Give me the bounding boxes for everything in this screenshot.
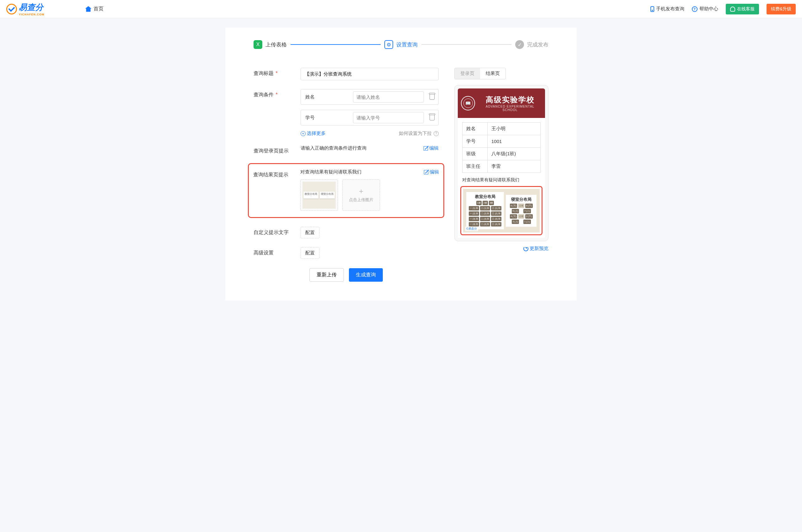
- configure-custom-text-button[interactable]: 配置: [301, 227, 319, 239]
- logo[interactable]: 易查分 YICHAFEN.COM: [6, 2, 44, 16]
- logo-text: 易查分: [19, 2, 43, 12]
- check-icon: ✓: [515, 40, 524, 49]
- condition-row-name: 姓名: [301, 89, 439, 105]
- table-row: 姓名王小明: [463, 122, 541, 135]
- refresh-icon: [523, 246, 528, 251]
- preview-image: 教室分布局 1楼2楼3楼 一 (1) 班二 (1) 班三 (1) 班 一 (2)…: [463, 189, 540, 232]
- watermark: ©易查分: [465, 227, 478, 231]
- condition-name-placeholder-input[interactable]: [353, 91, 424, 102]
- result-hint-highlight-box: 查询结果页提示 对查询结果有疑问请联系我们 编辑 教室分布局… 寝室分布局…: [248, 163, 444, 218]
- query-title-input[interactable]: [301, 68, 439, 80]
- preview-card: 📖 高级实验学校 ADVANCED EXPERIMENTAL SCHOOL 姓名…: [454, 85, 548, 241]
- refresh-preview-link[interactable]: 更新预览: [523, 246, 548, 251]
- online-service-button[interactable]: 在线客服: [726, 4, 759, 15]
- configure-advanced-button[interactable]: 配置: [301, 247, 319, 259]
- generate-query-button[interactable]: 生成查询: [349, 268, 383, 282]
- plus-circle-icon: +: [301, 131, 305, 136]
- plus-icon: +: [359, 188, 363, 195]
- phone-icon: [650, 6, 654, 12]
- step-upload: X 上传表格: [254, 40, 287, 49]
- reupload-button[interactable]: 重新上传: [310, 268, 344, 282]
- upload-image-button[interactable]: + 点击上传图片: [342, 179, 380, 211]
- edit-icon: [424, 170, 428, 174]
- condition-row-id: 学号: [301, 110, 439, 126]
- question-icon[interactable]: ?: [434, 131, 439, 136]
- table-row: 班主任李雷: [463, 160, 541, 173]
- query-title-label: 查询标题 *: [254, 68, 301, 77]
- advanced-settings-label: 高级设置: [254, 247, 301, 256]
- login-hint-label: 查询登录页提示: [254, 145, 301, 154]
- tab-login-page[interactable]: 登录页: [455, 68, 480, 79]
- edit-login-hint-link[interactable]: 编辑: [424, 145, 439, 151]
- trash-icon[interactable]: [430, 115, 434, 120]
- select-more-link[interactable]: +选择更多: [301, 131, 326, 136]
- table-row: 学号1001: [463, 135, 541, 148]
- app-header: 易查分 YICHAFEN.COM 首页 手机发布查询 ? 帮助中心 在线客服 续…: [0, 0, 802, 18]
- settings-step-icon: ⚙: [385, 40, 393, 49]
- condition-id-label: 学号: [305, 115, 349, 121]
- headset-icon: [730, 6, 735, 12]
- result-hint-text: 对查询结果有疑问请联系我们: [300, 169, 361, 175]
- preview-header: 📖 高级实验学校 ADVANCED EXPERIMENTAL SCHOOL: [458, 89, 545, 118]
- step-configure: ⚙ 设置查询: [385, 40, 417, 49]
- nav-help-center[interactable]: ? 帮助中心: [692, 6, 718, 12]
- query-condition-label: 查询条件 *: [254, 89, 301, 98]
- edit-icon: [424, 146, 428, 151]
- howto-dropdown-link[interactable]: 如何设置为下拉: [399, 131, 432, 136]
- step-indicator: X 上传表格 ⚙ 设置查询 ✓ 完成发布: [254, 40, 548, 49]
- tab-result-page[interactable]: 结果页: [480, 68, 505, 79]
- school-crest-icon: 📖: [461, 96, 475, 110]
- uploaded-image-thumb[interactable]: 教室分布局… 寝室分布局…: [300, 179, 338, 211]
- school-name: 高级实验学校: [478, 95, 542, 105]
- custom-text-label: 自定义提示文字: [254, 227, 301, 236]
- home-icon: [85, 6, 92, 12]
- main-panel: X 上传表格 ⚙ 设置查询 ✓ 完成发布 查询标题 * 查询条件 *: [225, 27, 577, 301]
- nav-home[interactable]: 首页: [85, 6, 104, 12]
- table-row: 班级八年级(1班): [463, 148, 541, 160]
- preview-result-hint: 对查询结果有疑问请联系我们: [462, 177, 541, 183]
- preview-tab-switch: 登录页 结果页: [454, 68, 506, 79]
- condition-name-label: 姓名: [305, 94, 349, 100]
- preview-column: 登录页 结果页 📖 高级实验学校 ADVANCED EXPERIMENTAL S…: [454, 68, 548, 282]
- condition-id-placeholder-input[interactable]: [353, 112, 424, 123]
- help-icon: ?: [692, 6, 697, 12]
- step-publish: ✓ 完成发布: [515, 40, 548, 49]
- renew-upgrade-button[interactable]: 续费&升级: [767, 4, 796, 15]
- school-name-en: ADVANCED EXPERIMENTAL SCHOOL: [478, 105, 542, 112]
- logo-subtext: YICHAFEN.COM: [19, 13, 44, 16]
- excel-icon: X: [254, 40, 262, 49]
- preview-image-highlight: 教室分布局 1楼2楼3楼 一 (1) 班二 (1) 班三 (1) 班 一 (2)…: [460, 186, 542, 235]
- result-table: 姓名王小明 学号1001 班级八年级(1班) 班主任李雷: [462, 122, 541, 173]
- edit-result-hint-link[interactable]: 编辑: [424, 169, 439, 175]
- trash-icon[interactable]: [430, 94, 434, 100]
- nav-mobile-publish[interactable]: 手机发布查询: [650, 6, 684, 12]
- login-hint-text: 请输入正确的查询条件进行查询: [301, 145, 367, 151]
- logo-icon: [6, 4, 17, 15]
- result-hint-label: 查询结果页提示: [253, 169, 300, 178]
- form-column: 查询标题 * 查询条件 * 姓名 学号: [254, 68, 439, 282]
